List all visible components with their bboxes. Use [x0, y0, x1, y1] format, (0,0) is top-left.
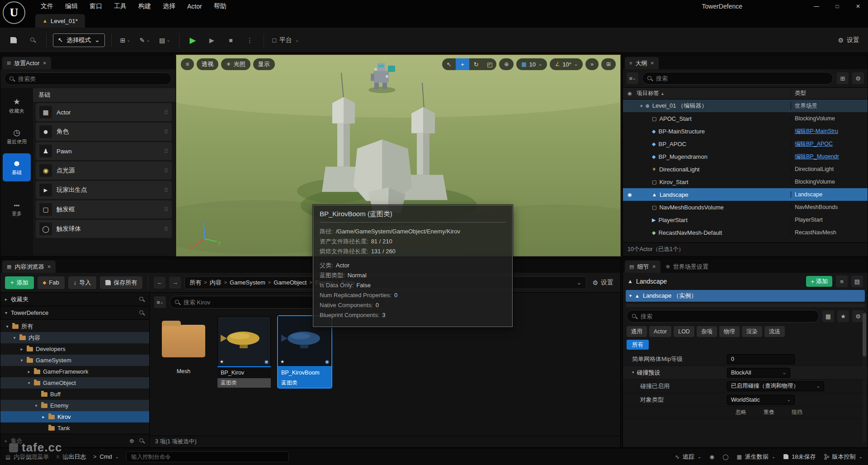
back-button[interactable] — [154, 277, 165, 289]
edit-blueprint-link[interactable]: 编辑BP_Mugendr — [791, 153, 868, 161]
close-icon[interactable] — [652, 265, 656, 269]
derived-data-button[interactable]: 派生数据 — [736, 453, 775, 461]
tree-item-enemy[interactable]: Enemy — [0, 400, 149, 411]
close-button[interactable] — [848, 0, 868, 12]
place-actor-search-input[interactable] — [18, 76, 167, 82]
outliner-row[interactable]: APOC_Start BlockingVolume — [623, 112, 868, 125]
filter-tab-actor[interactable]: Actor — [649, 326, 671, 337]
tree-item-content[interactable]: 内容 — [0, 332, 149, 343]
outliner-row[interactable]: Kirov_Start BlockingVolume — [623, 176, 868, 188]
add-collection-icon[interactable] — [129, 438, 134, 444]
filter-search-icon[interactable] — [139, 296, 145, 302]
outliner-row[interactable]: BP_Mugendramon 编辑BP_Mugendr — [623, 150, 868, 163]
edit-blueprint-link[interactable]: 编辑BP_APOC — [791, 140, 868, 148]
asset-tile-mesh-folder[interactable]: Mesh — [157, 316, 210, 377]
sort-arrow-icon[interactable] — [661, 91, 664, 96]
details-matrix-button[interactable] — [822, 310, 834, 322]
breadcrumb-gameobject[interactable]: GameObject — [274, 279, 307, 286]
outliner-row[interactable]: DirectionalLight DirectionalLight — [623, 163, 868, 176]
tab-outliner[interactable]: 大纲 — [625, 57, 659, 69]
play-button[interactable] — [186, 33, 200, 47]
add-asset-button[interactable]: 添加 — [5, 276, 34, 289]
details-scrollbar[interactable] — [863, 311, 866, 442]
frame-skip-button[interactable] — [205, 33, 219, 47]
place-item-point-light[interactable]: 点光源 — [36, 161, 172, 180]
menu-edit[interactable]: 编辑 — [60, 0, 83, 12]
menu-window[interactable]: 窗口 — [84, 0, 108, 12]
perspective-button[interactable]: 透视 — [197, 58, 218, 70]
outliner-search[interactable] — [642, 72, 833, 85]
outliner-row-landscape[interactable]: Landscape Landscape — [623, 188, 868, 201]
cinematics-dropdown[interactable] — [157, 37, 173, 43]
outliner-filter-button[interactable] — [627, 72, 638, 84]
add-actor-dropdown[interactable] — [118, 37, 133, 43]
capture-button[interactable] — [722, 454, 728, 460]
tree-item-gameframework[interactable]: GameFramework — [0, 366, 149, 377]
unsaved-assets-button[interactable]: 18未保存 — [783, 453, 816, 461]
maximize-viewport-button[interactable] — [601, 58, 616, 70]
details-search[interactable] — [627, 310, 819, 323]
breadcrumb-gamesystem[interactable]: GameSystem — [230, 279, 265, 286]
toolbar-overflow-button[interactable] — [585, 58, 599, 70]
outliner-row[interactable]: NavMeshBoundsVolume NavMeshBounds — [623, 201, 868, 214]
outliner-row[interactable]: BP_APOC 编辑BP_APOC — [623, 138, 868, 150]
select-tool[interactable] — [442, 58, 456, 70]
category-favorites[interactable]: 收藏夹 — [3, 92, 31, 120]
property-row-collision-preset[interactable]: 碰撞预设 BlockAll — [623, 366, 868, 380]
trace-button[interactable]: 追踪 — [675, 453, 701, 461]
lit-mode-button[interactable]: 光照 — [221, 58, 250, 70]
menu-help[interactable]: 帮助 — [208, 0, 232, 12]
expand-arrow-icon[interactable] — [5, 311, 7, 315]
tab-content-browser[interactable]: 内容浏览器 — [2, 261, 56, 273]
mip-level-input[interactable]: 0 — [727, 354, 795, 364]
place-item-character[interactable]: 角色 — [36, 123, 172, 141]
category-more[interactable]: 更多 — [3, 196, 31, 224]
menu-tools[interactable]: 工具 — [108, 0, 132, 12]
tree-item-kirov[interactable]: Kirov — [0, 411, 149, 422]
filter-tab-streaming[interactable]: 流送 — [764, 326, 785, 337]
asset-filter-button[interactable] — [154, 296, 166, 308]
drag-handle-icon[interactable] — [164, 148, 168, 154]
path-history-chevron[interactable] — [577, 280, 582, 285]
landscape-instance-header[interactable]: Landscape （实例） — [626, 290, 865, 302]
breadcrumb-all[interactable]: 所有 — [189, 279, 201, 287]
filter-tab-lod[interactable]: LOD — [674, 326, 694, 337]
outliner-search-input[interactable] — [656, 75, 828, 82]
stop-button[interactable] — [224, 33, 238, 47]
settings-button[interactable]: 设置 — [835, 36, 862, 44]
tree-item-tank[interactable]: Tank — [0, 422, 149, 434]
minimize-button[interactable] — [807, 0, 826, 12]
grid-snap-control[interactable]: 10 — [516, 58, 547, 70]
filter-tab-rendering[interactable]: 渲染 — [742, 326, 762, 337]
visibility-eye-icon[interactable] — [627, 192, 632, 197]
outliner-row[interactable]: RecastNavMesh-Default RecastNavMesh — [623, 226, 868, 239]
tree-item-buff[interactable]: Buff — [0, 389, 149, 400]
breadcrumb-content[interactable]: 内容 — [210, 279, 222, 287]
fab-button[interactable]: Fab — [38, 276, 65, 289]
tab-details[interactable]: 细节 — [625, 261, 660, 273]
revision-control-button[interactable]: 版本控制 — [824, 453, 863, 461]
world-space-toggle[interactable] — [499, 58, 514, 70]
blueprints-dropdown[interactable] — [137, 37, 152, 43]
filter-search-icon[interactable] — [139, 438, 145, 444]
tree-item-gamesystem[interactable]: GameSystem — [0, 355, 149, 366]
play-options-kebab[interactable] — [243, 33, 257, 47]
filter-tab-physics[interactable]: 物理 — [719, 326, 740, 337]
rotation-snap-control[interactable]: 10° — [550, 58, 583, 70]
browse-content-button[interactable] — [25, 33, 40, 47]
tab-place-actor[interactable]: 放置Actor — [2, 57, 51, 69]
place-item-actor[interactable]: Actor — [36, 103, 172, 121]
drag-handle-icon[interactable] — [164, 226, 168, 232]
place-item-trigger-sphere[interactable]: 触发球体 — [36, 220, 172, 238]
favorites-section-header[interactable]: 收藏夹 — [0, 293, 149, 306]
outliner-new-folder-button[interactable] — [837, 72, 849, 84]
drag-handle-icon[interactable] — [164, 187, 168, 193]
expand-arrow-icon[interactable] — [5, 297, 7, 302]
outliner-settings-button[interactable] — [852, 72, 864, 84]
tree-item-developers[interactable]: Developers — [0, 343, 149, 355]
collision-enabled-dropdown[interactable]: 已启用碰撞（查询和物理） — [727, 381, 824, 391]
details-search-input[interactable] — [641, 313, 814, 320]
viewport-menu-button[interactable] — [181, 58, 194, 70]
menu-select[interactable]: 选择 — [157, 0, 181, 12]
drag-handle-icon[interactable] — [164, 168, 168, 174]
